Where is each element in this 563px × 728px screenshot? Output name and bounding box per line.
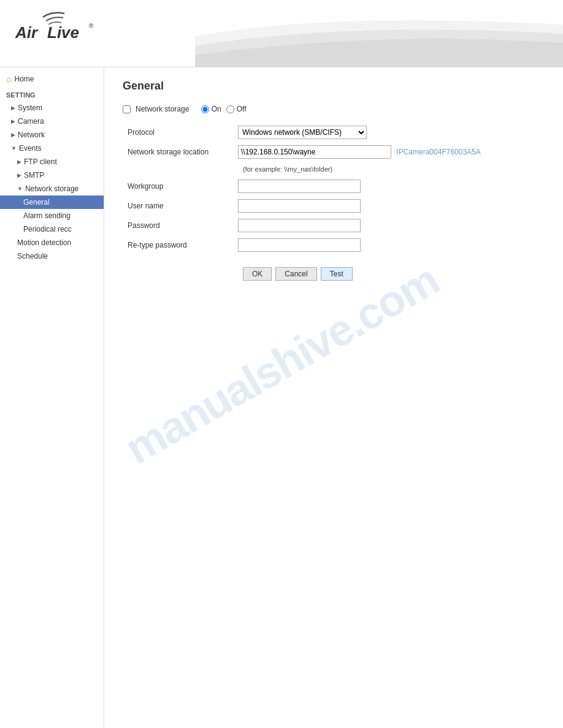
main-content: General Network storage On Off Protocol — [104, 67, 563, 728]
sidebar-label: Schedule — [17, 252, 48, 260]
cancel-button[interactable]: Cancel — [275, 267, 316, 281]
sidebar-label: System — [18, 104, 42, 112]
radio-on-label[interactable]: On — [201, 105, 221, 113]
radio-off[interactable] — [226, 105, 234, 113]
sidebar-item-smtp[interactable]: ▶ SMTP — [0, 169, 104, 182]
username-label: User name — [123, 196, 233, 216]
logo-svg: Air Live ® — [9, 6, 107, 46]
page-title: General — [123, 80, 545, 93]
header: Air Live ® — [0, 0, 563, 67]
sidebar-label: FTP client — [24, 157, 57, 166]
button-row: OK Cancel Test — [123, 255, 545, 293]
sidebar-item-periodical-rec[interactable]: Periodical recc — [0, 222, 104, 236]
sidebar-label: Network — [18, 131, 45, 139]
workgroup-input[interactable] — [238, 180, 361, 193]
arrow-icon: ▼ — [11, 145, 17, 151]
logo: Air Live ® — [9, 6, 132, 43]
radio-off-label[interactable]: Off — [226, 105, 247, 113]
example-row: (for example: \\my_nas\folder) — [123, 162, 545, 176]
arrow-icon: ▼ — [17, 186, 23, 192]
test-button[interactable]: Test — [321, 267, 353, 281]
sidebar-label: Camera — [18, 117, 44, 126]
sidebar-item-ftp-client[interactable]: ▶ FTP client — [0, 155, 104, 169]
main-layout: ⌂ Home SETTING ▶ System ▶ Camera ▶ Netwo… — [0, 67, 563, 728]
username-input[interactable] — [238, 199, 361, 213]
ok-button[interactable]: OK — [243, 267, 272, 281]
sidebar-item-network-storage[interactable]: ▼ Network storage — [0, 182, 104, 195]
home-icon: ⌂ — [6, 74, 11, 84]
sidebar-item-events[interactable]: ▼ Events — [0, 142, 104, 155]
workgroup-label: Workgroup — [123, 176, 233, 196]
sidebar-section-setting: SETTING — [0, 88, 104, 101]
sidebar-label: Alarm sending — [23, 211, 71, 220]
network-storage-checkbox[interactable] — [123, 105, 131, 113]
settings-form: Protocol Windows network (SMB/CIFS) NFS … — [123, 123, 545, 293]
camera-id: IPCamera004F76003A5A — [396, 148, 480, 156]
sidebar-label: Events — [19, 144, 42, 153]
location-input[interactable] — [238, 145, 391, 159]
on-label: On — [212, 105, 221, 113]
password-input[interactable] — [238, 219, 361, 232]
sidebar-label: Periodical recc — [23, 225, 72, 233]
protocol-label: Protocol — [123, 123, 233, 142]
sidebar-home[interactable]: ⌂ Home — [0, 70, 104, 88]
sidebar: ⌂ Home SETTING ▶ System ▶ Camera ▶ Netwo… — [0, 67, 104, 728]
arrow-icon: ▶ — [11, 132, 15, 138]
sidebar-home-label: Home — [14, 75, 34, 83]
protocol-select[interactable]: Windows network (SMB/CIFS) NFS — [238, 126, 367, 139]
password-label: Password — [123, 216, 233, 235]
off-label: Off — [237, 105, 247, 113]
arrow-icon: ▶ — [17, 159, 21, 165]
arrow-icon: ▶ — [11, 118, 15, 124]
sidebar-item-alarm-sending[interactable]: Alarm sending — [0, 209, 104, 222]
retype-password-label: Re-type password — [123, 235, 233, 255]
svg-text:Live: Live — [47, 23, 79, 42]
sidebar-label: SMTP — [24, 171, 44, 180]
location-label: Network storage location — [123, 142, 233, 162]
retype-password-input[interactable] — [238, 238, 361, 252]
svg-text:Air: Air — [15, 23, 39, 42]
arrow-icon: ▶ — [11, 105, 15, 111]
retype-password-row: Re-type password — [123, 235, 545, 255]
username-row: User name — [123, 196, 545, 216]
radio-on[interactable] — [201, 105, 209, 113]
location-row: Network storage location IPCamera004F760… — [123, 142, 545, 162]
arrow-icon: ▶ — [17, 172, 21, 178]
password-row: Password — [123, 216, 545, 235]
sidebar-item-network[interactable]: ▶ Network — [0, 128, 104, 142]
network-storage-header: Network storage On Off — [123, 105, 545, 113]
network-storage-label: Network storage — [136, 105, 189, 113]
header-decoration — [195, 0, 563, 67]
action-buttons: OK Cancel Test — [238, 258, 540, 290]
sidebar-label: Motion detection — [17, 238, 71, 247]
sidebar-item-general[interactable]: General — [0, 195, 104, 209]
sidebar-item-schedule[interactable]: Schedule — [0, 249, 104, 263]
sidebar-item-system[interactable]: ▶ System — [0, 101, 104, 115]
example-text: (for example: \\my_nas\folder) — [238, 163, 337, 178]
sidebar-label: General — [23, 198, 50, 207]
svg-text:®: ® — [89, 23, 94, 29]
sidebar-item-camera[interactable]: ▶ Camera — [0, 115, 104, 128]
sidebar-item-motion-detection[interactable]: Motion detection — [0, 236, 104, 249]
protocol-row: Protocol Windows network (SMB/CIFS) NFS — [123, 123, 545, 142]
sidebar-label: Network storage — [25, 184, 79, 193]
workgroup-row: Workgroup — [123, 176, 545, 196]
